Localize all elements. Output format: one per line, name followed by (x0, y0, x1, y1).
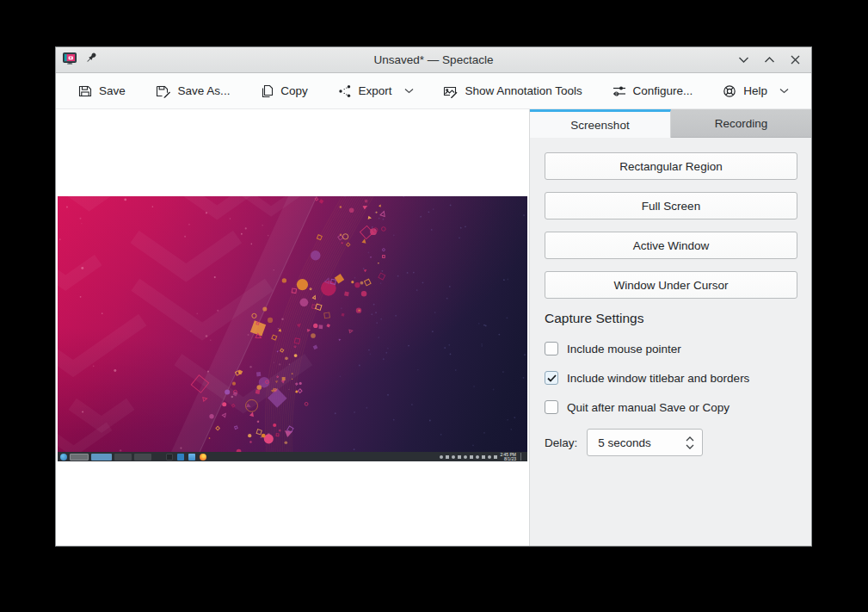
delay-value[interactable]: 5 seconds (598, 436, 686, 449)
checkbox-include-titlebar[interactable]: Include window titlebar and borders (545, 370, 797, 386)
copy-label: Copy (280, 84, 308, 97)
capture-settings-heading: Capture Settings (545, 311, 797, 326)
preview-system-tray (440, 455, 497, 459)
preview-clock-date: 8/1/23 (500, 457, 516, 461)
help-icon (723, 84, 736, 98)
save-as-icon (156, 84, 171, 98)
preview-show-desktop-button (520, 453, 525, 461)
preview-wallpaper (58, 196, 527, 452)
checkbox-quit-after-save[interactable]: Quit after manual Save or Copy (545, 399, 797, 415)
checkbox-include-mouse-pointer[interactable]: Include mouse pointer (545, 341, 797, 356)
annotation-icon (443, 84, 458, 98)
close-button[interactable] (789, 54, 801, 66)
desktop-background: Unsaved* — Spectacle (0, 0, 868, 612)
help-label: Help (743, 84, 767, 97)
copy-button[interactable]: Copy (260, 84, 308, 98)
checkbox-box[interactable] (545, 400, 558, 414)
checkbox-label: Include window titlebar and borders (567, 372, 749, 385)
preview-folder-icon (188, 454, 195, 461)
delay-row: Delay: 5 seconds (545, 429, 797, 456)
delay-decrement-button[interactable] (686, 444, 694, 449)
spectacle-app-icon[interactable] (63, 52, 77, 69)
tab-recording-label: Recording (715, 117, 768, 130)
minimize-button[interactable] (737, 54, 749, 66)
export-button[interactable]: Export (338, 84, 414, 98)
delay-label: Delay: (545, 436, 577, 449)
checkbox-label: Include mouse pointer (567, 343, 681, 355)
checkbox-box[interactable] (545, 342, 558, 355)
preview-taskbar-icons (166, 454, 206, 461)
export-label: Export (359, 84, 392, 97)
preview-terminal-icon (166, 454, 173, 461)
chevron-down-icon (404, 88, 414, 94)
show-annotation-tools-button[interactable]: Show Annotation Tools (443, 84, 582, 98)
side-panel: Screenshot Recording Rectangular Region … (529, 109, 811, 546)
preview-task-entry (91, 454, 112, 461)
pin-icon[interactable] (85, 52, 98, 68)
save-as-button[interactable]: Save As... (156, 84, 231, 98)
tab-screenshot-label: Screenshot (570, 119, 629, 132)
delay-spinbox[interactable]: 5 seconds (587, 429, 703, 456)
sliders-icon (613, 84, 626, 98)
tab-recording[interactable]: Recording (671, 109, 811, 138)
preview-clock: 2:45 PM 8/1/23 (500, 453, 516, 461)
save-label: Save (99, 84, 126, 97)
save-as-label: Save As... (178, 84, 231, 97)
titlebar[interactable]: Unsaved* — Spectacle (56, 47, 811, 73)
preview-pane: 2:45 PM 8/1/23 (56, 109, 529, 546)
checkbox-label: Quit after manual Save or Copy (567, 401, 729, 414)
chevron-down-icon (779, 88, 789, 94)
wallpaper-art (58, 196, 527, 452)
window-title: Unsaved* — Spectacle (374, 53, 494, 66)
window-under-cursor-button[interactable]: Window Under Cursor (545, 271, 797, 299)
delay-increment-button[interactable] (686, 436, 694, 442)
toolbar: Save Save As... (56, 73, 811, 109)
checkbox-box[interactable] (545, 371, 558, 385)
spectacle-window: Unsaved* — Spectacle (55, 46, 812, 547)
save-icon (78, 84, 92, 98)
maximize-button[interactable] (763, 54, 775, 66)
configure-button[interactable]: Configure... (613, 84, 693, 98)
preview-app-icon (177, 454, 184, 461)
rectangular-region-button[interactable]: Rectangular Region (545, 152, 797, 180)
tab-screenshot[interactable]: Screenshot (530, 109, 671, 138)
save-button[interactable]: Save (78, 84, 126, 98)
preview-task-entry (114, 454, 132, 461)
share-icon (338, 84, 352, 98)
active-window-button[interactable]: Active Window (545, 232, 797, 259)
configure-label: Configure... (633, 84, 693, 97)
show-annotation-tools-label: Show Annotation Tools (465, 84, 582, 97)
preview-task-entry (134, 454, 151, 461)
full-screen-button[interactable]: Full Screen (545, 192, 797, 219)
screenshot-preview: 2:45 PM 8/1/23 (58, 196, 527, 461)
copy-icon (260, 84, 274, 98)
preview-firefox-icon (200, 454, 206, 461)
help-button[interactable]: Help (723, 84, 789, 98)
preview-task-entry (70, 454, 89, 461)
preview-launcher-icon (60, 454, 67, 461)
preview-taskbar: 2:45 PM 8/1/23 (58, 452, 527, 461)
tab-bar: Screenshot Recording (530, 109, 811, 138)
